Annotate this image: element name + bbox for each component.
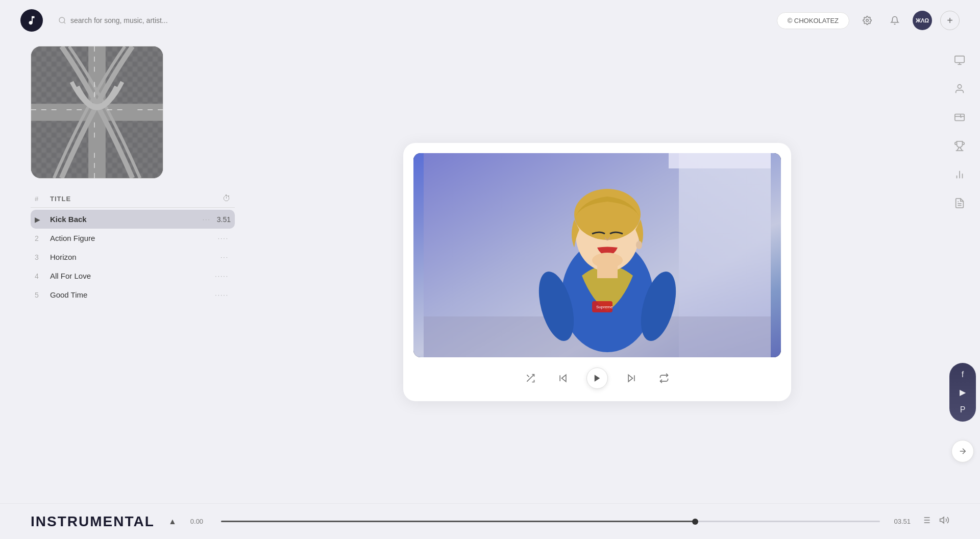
- svg-rect-19: [597, 263, 618, 278]
- play-icon: [593, 374, 602, 383]
- svg-point-20: [636, 241, 642, 249]
- progress-fill: [221, 521, 696, 522]
- arrow-button[interactable]: [951, 440, 974, 462]
- settings-icon: [863, 16, 872, 25]
- track-number: 4: [35, 272, 50, 280]
- video-controls: [413, 368, 781, 389]
- person-icon: [954, 83, 965, 94]
- progress-bar[interactable]: [221, 521, 880, 522]
- video-frame: Supreme: [413, 153, 781, 357]
- sidebar-chart-icon[interactable]: [950, 165, 969, 184]
- svg-rect-12: [669, 153, 771, 168]
- sidebar-screen-icon[interactable]: [950, 51, 969, 69]
- svg-point-0: [59, 17, 65, 23]
- track-row[interactable]: ▶ Kick Back ··· 3.51: [31, 210, 235, 229]
- track-list-header: # TITLE ⏱: [31, 194, 235, 208]
- center-panel: Supreme: [255, 41, 939, 503]
- right-sidebar: f ▶ P: [939, 41, 980, 503]
- prev-button[interactable]: [554, 369, 572, 387]
- youtube-button[interactable]: ▶: [960, 387, 966, 397]
- col-title: TITLE: [50, 195, 223, 203]
- trophy-icon: [954, 140, 965, 152]
- track-number: 3: [35, 253, 50, 261]
- sidebar-wallet-icon[interactable]: [950, 108, 969, 127]
- video-background: Supreme: [413, 153, 781, 357]
- wallet-icon: [954, 112, 965, 123]
- track-name: All For Love: [50, 272, 215, 280]
- svg-rect-30: [955, 56, 964, 63]
- facebook-button[interactable]: f: [962, 370, 964, 379]
- svg-point-33: [958, 85, 961, 88]
- time-current: 0.00: [190, 518, 211, 525]
- app-logo: [20, 9, 43, 32]
- track-options[interactable]: ·····: [215, 291, 229, 299]
- shuffle-button[interactable]: [521, 369, 540, 387]
- col-number: #: [35, 195, 50, 203]
- track-name: Good Time: [50, 290, 215, 299]
- track-options[interactable]: ···: [220, 254, 229, 261]
- svg-marker-28: [628, 375, 632, 381]
- queue-icon: [921, 515, 931, 525]
- sidebar-person-icon[interactable]: [950, 80, 969, 98]
- search-icon: [58, 16, 66, 24]
- settings-button[interactable]: [857, 11, 877, 30]
- shuffle-icon: [525, 373, 535, 383]
- track-number: 2: [35, 234, 50, 242]
- document-icon: [954, 198, 965, 209]
- track-options[interactable]: ···: [203, 216, 211, 223]
- notifications-button[interactable]: [885, 11, 904, 30]
- video-card: Supreme: [403, 143, 791, 401]
- volume-icon: [939, 515, 949, 525]
- bottom-bar: INSTRUMENTAL ▲ 0.00 03.51: [0, 503, 980, 539]
- topbar-right: © CHOKOLATEZ ЖΛΩ +: [777, 11, 960, 30]
- track-duration: 3.51: [217, 215, 231, 224]
- time-total: 03.51: [890, 518, 911, 525]
- main-content: # TITLE ⏱ ▶ Kick Back ··· 3.51 2 Action …: [0, 41, 980, 503]
- search-input[interactable]: [70, 16, 213, 24]
- next-icon: [626, 373, 636, 383]
- add-button[interactable]: +: [940, 11, 960, 30]
- search-bar[interactable]: [58, 16, 777, 24]
- copyright-badge: © CHOKOLATEZ: [777, 12, 849, 29]
- progress-thumb[interactable]: [692, 519, 698, 525]
- next-button[interactable]: [622, 369, 641, 387]
- repeat-button[interactable]: [655, 369, 673, 387]
- pinterest-button[interactable]: P: [960, 405, 966, 414]
- prev-icon: [558, 373, 568, 383]
- track-name: Kick Back: [50, 215, 203, 224]
- track-row[interactable]: 2 Action Figure ····: [31, 229, 235, 248]
- play-icon: ▶: [35, 215, 50, 224]
- play-button[interactable]: [586, 368, 608, 389]
- track-row[interactable]: 4 All For Love ·····: [31, 266, 235, 285]
- track-row[interactable]: 5 Good Time ·····: [31, 285, 235, 304]
- track-options[interactable]: ·····: [215, 273, 229, 280]
- left-panel: # TITLE ⏱ ▶ Kick Back ··· 3.51 2 Action …: [0, 41, 255, 503]
- track-options[interactable]: ····: [218, 235, 229, 242]
- svg-rect-34: [955, 114, 964, 121]
- track-row[interactable]: 3 Horizon ···: [31, 248, 235, 266]
- chart-icon: [954, 169, 965, 180]
- repeat-icon: [659, 373, 669, 383]
- social-pill: f ▶ P: [949, 363, 976, 422]
- clock-icon: ⏱: [223, 194, 231, 203]
- svg-marker-47: [940, 517, 944, 523]
- screen-icon: [954, 55, 965, 66]
- volume-button[interactable]: [939, 515, 949, 528]
- track-name: Horizon: [50, 253, 220, 261]
- album-art: [31, 46, 163, 179]
- bottom-controls: [921, 515, 949, 528]
- svg-text:Supreme: Supreme: [596, 305, 613, 309]
- svg-marker-25: [562, 375, 566, 381]
- track-number: 5: [35, 291, 50, 299]
- arrow-right-icon: [958, 447, 967, 456]
- queue-button[interactable]: [921, 515, 931, 528]
- now-playing-title: INSTRUMENTAL: [31, 513, 155, 530]
- sidebar-trophy-icon[interactable]: [950, 137, 969, 155]
- expand-button[interactable]: ▲: [165, 514, 180, 529]
- avatar[interactable]: ЖΛΩ: [913, 11, 932, 30]
- music-note-icon: [26, 15, 37, 26]
- svg-point-1: [866, 19, 869, 22]
- svg-line-24: [527, 375, 529, 377]
- track-name: Action Figure: [50, 234, 218, 242]
- sidebar-document-icon[interactable]: [950, 194, 969, 212]
